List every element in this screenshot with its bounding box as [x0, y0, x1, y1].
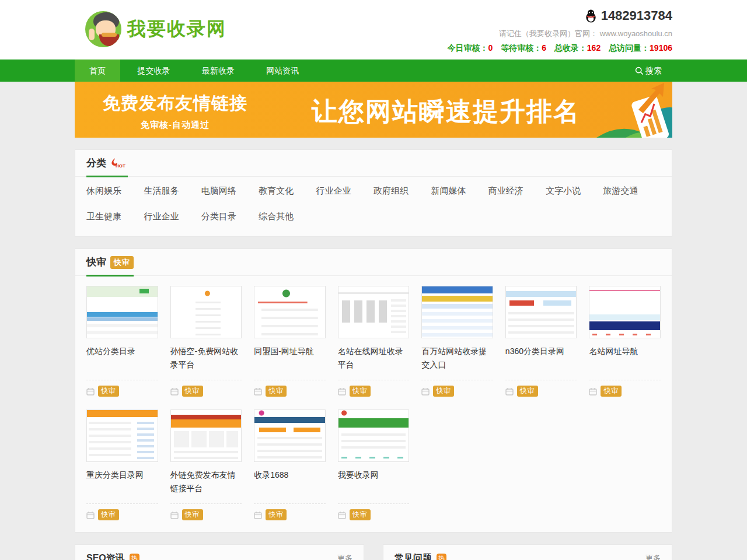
nav-item-submit[interactable]: 提交收录: [123, 60, 184, 82]
faq-header: 常见问题 热 更多: [383, 545, 672, 560]
fast-review-badge: 快审: [350, 386, 371, 397]
category-link[interactable]: 文字小说: [546, 178, 603, 204]
site-thumbnail[interactable]: [170, 410, 242, 462]
site-logo[interactable]: 我要收录网: [85, 11, 226, 47]
category-link[interactable]: 政府组织: [374, 178, 431, 204]
category-link[interactable]: 生活服务: [144, 178, 201, 204]
banner-left-text: 免费发布友情链接 免审核-自动通过: [103, 92, 247, 131]
site-thumbnail[interactable]: [86, 286, 158, 338]
category-link[interactable]: 分类目录: [201, 204, 259, 229]
calendar-icon: [505, 387, 514, 396]
seo-news-more-link[interactable]: 更多: [337, 553, 352, 560]
fast-review-site-grid: 优站分类目录 快审 孙悟空-免费网站收录平台 快审 同盟国-网址导航: [75, 276, 672, 532]
site-card-footer: 快审: [254, 380, 326, 397]
site-title-text[interactable]: 百万站网站收录提交入口: [421, 345, 493, 380]
stat-today-reviewed: 今日审核：0: [447, 43, 493, 52]
categories-title: 分类: [86, 156, 106, 170]
mascot-logo-icon: [85, 11, 121, 47]
site-title-text[interactable]: 名站网址导航: [589, 345, 661, 380]
site-stats: 今日审核：0 等待审核：6 总收录：162 总访问量：19106: [441, 43, 672, 54]
fast-review-badge: 快审: [98, 386, 119, 397]
calendar-icon: [86, 387, 95, 396]
site-card[interactable]: n360分类目录网 快审: [505, 286, 577, 397]
nav-item-latest[interactable]: 最新收录: [187, 60, 249, 82]
site-title-text[interactable]: 优站分类目录: [86, 345, 158, 380]
site-card[interactable]: 我要收录网 快审: [338, 410, 410, 520]
calendar-icon: [338, 511, 346, 519]
categories-card: 分类 HOT 休闲娱乐 生活服务 电脑网络 教育文化 行业企业 政府组织 新闻媒…: [75, 149, 672, 237]
site-card[interactable]: 名站在线网址收录平台 快审: [338, 286, 410, 397]
site-thumbnail[interactable]: [338, 410, 410, 462]
seo-news-card: SEO资讯 热 更多: [75, 544, 364, 560]
site-card-footer: 快审: [505, 380, 577, 397]
calendar-icon: [254, 387, 262, 396]
site-thumbnail[interactable]: [505, 286, 577, 338]
faq-more-link[interactable]: 更多: [645, 553, 661, 560]
site-header: 我要收录网 1482913784 请记住（我要收录网）官网： www.woyao…: [0, 0, 747, 60]
site-title-text[interactable]: 孙悟空-免费网站收录平台: [170, 345, 242, 380]
category-link[interactable]: 卫生健康: [86, 204, 144, 229]
fast-review-badge: 快审: [433, 386, 454, 397]
faq-title: 常见问题: [395, 552, 432, 560]
search-label: 搜索: [645, 60, 662, 82]
site-title-text[interactable]: 外链免费发布友情链接平台: [170, 468, 242, 503]
site-thumbnail[interactable]: [589, 286, 661, 338]
stat-pending-review: 等待审核：6: [501, 43, 546, 52]
site-thumbnail[interactable]: [170, 286, 242, 338]
category-link[interactable]: 行业企业: [144, 204, 201, 229]
fast-review-badge: 快审: [182, 509, 203, 520]
categories-card-header: 分类 HOT: [75, 150, 672, 177]
site-thumbnail[interactable]: [86, 410, 158, 462]
site-card[interactable]: 优站分类目录 快审: [86, 286, 158, 397]
calendar-icon: [338, 387, 346, 396]
stat-total-visits: 总访问量：19106: [609, 43, 672, 52]
qq-contact[interactable]: 1482913784: [441, 8, 672, 23]
category-link[interactable]: 电脑网络: [201, 178, 259, 204]
main-nav: 首页 提交收录 最新收录 网站资讯 搜索: [0, 60, 747, 82]
site-card-footer: 快审: [421, 380, 493, 397]
fast-review-title: 快审: [86, 256, 106, 269]
site-title-text[interactable]: 我要收录网: [338, 468, 410, 503]
calendar-icon: [589, 387, 597, 396]
site-title-text[interactable]: n360分类目录网: [505, 345, 577, 380]
category-link[interactable]: 商业经济: [488, 178, 546, 204]
nav-item-home[interactable]: 首页: [75, 60, 120, 82]
qq-number: 1482913784: [601, 8, 672, 23]
fast-review-header-badge: 快审: [110, 256, 134, 269]
site-card-footer: 快审: [86, 503, 158, 520]
site-card[interactable]: 重庆分类目录网 快审: [86, 410, 158, 520]
category-link[interactable]: 行业企业: [316, 178, 374, 204]
site-card[interactable]: 收录1688 快审: [254, 410, 326, 520]
seo-news-title: SEO资讯: [86, 552, 125, 560]
hot-bubble-icon: 热: [437, 554, 446, 560]
site-thumbnail[interactable]: [338, 286, 410, 338]
category-link[interactable]: 旅游交通: [603, 178, 661, 204]
site-thumbnail[interactable]: [254, 286, 326, 338]
site-card-footer: 快审: [589, 380, 661, 397]
official-site-notice: 请记住（我要收录网）官网： www.woyaoshoulu.cn: [441, 29, 672, 39]
site-title-text[interactable]: 收录1688: [254, 468, 326, 503]
search-button[interactable]: 搜索: [635, 60, 662, 82]
site-thumbnail[interactable]: [421, 286, 493, 338]
site-title: 我要收录网: [127, 16, 226, 42]
fast-review-badge: 快审: [517, 386, 538, 397]
site-title-text[interactable]: 同盟国-网址导航: [254, 345, 326, 380]
promo-banner[interactable]: 免费发布友情链接 免审核-自动通过 让您网站瞬速提升排名: [75, 82, 672, 138]
category-link[interactable]: 教育文化: [259, 178, 316, 204]
site-card[interactable]: 孙悟空-免费网站收录平台 快审: [170, 286, 242, 397]
site-title-text[interactable]: 重庆分类目录网: [86, 468, 158, 503]
site-card[interactable]: 名站网址导航 快审: [589, 286, 661, 397]
site-card[interactable]: 外链免费发布友情链接平台 快审: [170, 410, 242, 520]
category-link[interactable]: 休闲娱乐: [86, 178, 144, 204]
site-title-text[interactable]: 名站在线网址收录平台: [338, 345, 410, 380]
site-card[interactable]: 百万站网站收录提交入口 快审: [421, 286, 493, 397]
nav-item-news[interactable]: 网站资讯: [252, 60, 313, 82]
calendar-icon: [86, 511, 95, 519]
fast-review-badge: 快审: [350, 509, 371, 520]
category-link[interactable]: 新闻媒体: [431, 178, 488, 204]
fast-review-badge: 快审: [266, 509, 287, 520]
category-link[interactable]: 综合其他: [259, 204, 316, 229]
site-thumbnail[interactable]: [254, 410, 326, 462]
site-card[interactable]: 同盟国-网址导航 快审: [254, 286, 326, 397]
calendar-icon: [170, 511, 179, 519]
